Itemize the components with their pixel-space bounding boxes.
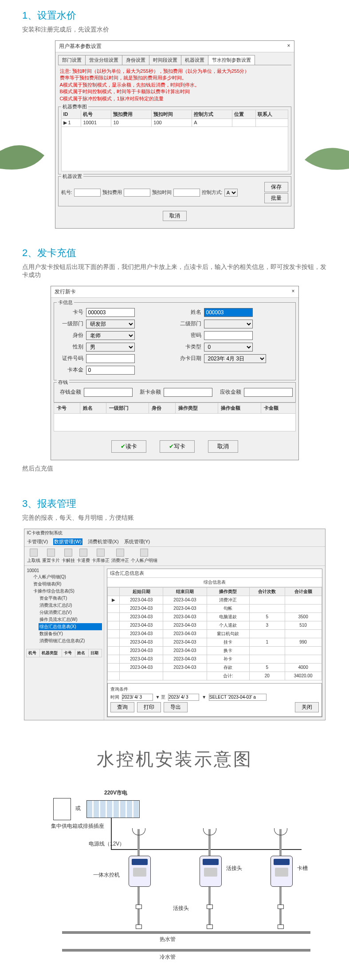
install-diagram: 220V市电 或 集中供电箱或排插插座 电源线（12V） 一体水控机 活接头 活… <box>9 789 340 980</box>
dialog-new-card: 发行新卡 × 卡信息 卡号 一级部门研发部 身份老师 性别男 证件号码 卡本金 … <box>51 286 299 460</box>
pline-label: 电源线（12V） <box>89 840 125 848</box>
cold-pipe <box>62 949 310 952</box>
water-controller <box>271 856 293 887</box>
write-card-button[interactable]: ✔写卡 <box>160 440 195 453</box>
sec3-title: 3、报表管理 <box>22 497 327 510</box>
time-input[interactable] <box>173 189 200 197</box>
joint-label: 活接头 <box>226 865 242 872</box>
tree-item-selected[interactable]: 综合汇总信息表(X) <box>39 623 102 630</box>
grp-cardinfo: 卡信息 <box>57 299 74 306</box>
fee-input[interactable] <box>124 189 150 197</box>
tool-6[interactable]: 个人帐户明细 <box>131 549 157 564</box>
dept1-select[interactable]: 研发部 <box>86 320 135 328</box>
tab-time[interactable]: 时间段设置 <box>149 55 181 65</box>
role-select[interactable]: 老师 <box>86 331 135 340</box>
joint-icon <box>136 925 142 929</box>
tree-item[interactable]: 卡操作综合信息表(S) <box>32 588 102 595</box>
grp-deposit: 存钱 <box>57 379 69 386</box>
report-tree: 10001 个人帐户明细(Q) 资金明细表(R) 卡操作综合信息表(S) 资金平… <box>24 566 104 720</box>
tool-5[interactable]: 消费冲正 <box>111 549 129 564</box>
cancel-button[interactable]: 取消 <box>163 211 187 221</box>
tool-2[interactable]: 卡解挂 <box>62 549 75 564</box>
card-table: 卡号姓名一级部门 身份操作类型操作金额卡金额 <box>54 403 296 414</box>
rpt-win-title: 综合汇总信息表 <box>107 569 322 578</box>
sec2-sub: 点用户发卡按钮后出现下面的界面，我们把用户卡放上来，点读卡后，输入卡的相关信息，… <box>22 263 327 279</box>
close-icon[interactable]: × <box>291 288 294 296</box>
save-button[interactable]: 保存 <box>264 182 288 192</box>
tree-item[interactable]: 个人帐户明细(Q) <box>32 573 102 581</box>
tool-1[interactable]: 重置卡片 <box>42 549 60 564</box>
dept2-select[interactable] <box>204 320 253 328</box>
date-to-input[interactable] <box>168 694 199 701</box>
joint-icon <box>136 905 142 909</box>
menu-card[interactable]: 卡管理(V) <box>27 538 48 545</box>
print-button[interactable]: 打印 <box>137 702 161 712</box>
joint-icon <box>207 905 213 909</box>
water-controller <box>200 856 222 887</box>
shower-head <box>203 828 216 835</box>
report-table: 起始日期结束日期操作类型合计次数合计金额 ▶2023-04-032023-04-… <box>107 587 322 680</box>
sec1-title: 1、设置水价 <box>22 9 327 22</box>
balance-input[interactable] <box>164 388 212 397</box>
menu-system[interactable]: 系统管理(Y) <box>124 538 150 545</box>
menu-machine[interactable]: 消费机管理(X) <box>88 538 119 545</box>
dlg1-tabs: 部门设置 营业分组设置 身份设置 时间段设置 机器设置 节水控制参数设置 <box>58 55 291 65</box>
menu-data[interactable]: 数据管理(W) <box>53 538 82 545</box>
shower-head <box>132 828 145 835</box>
deposit-input[interactable] <box>84 388 133 397</box>
power-strip <box>86 800 140 818</box>
mode-select[interactable]: A <box>224 189 238 197</box>
slot-label: 卡槽 <box>297 865 308 872</box>
tab-water[interactable]: 节水控制参数设置 <box>208 55 255 65</box>
grp-machine-label: 机器设置 <box>61 173 83 180</box>
base-input[interactable] <box>86 366 135 375</box>
machine-no-input[interactable] <box>74 189 101 197</box>
query-button[interactable]: 查询 <box>110 702 134 712</box>
pwd-input[interactable] <box>204 331 253 340</box>
tool-3[interactable]: 卡退费 <box>77 549 90 564</box>
export-button[interactable]: 导出 <box>164 702 188 712</box>
date-select[interactable]: 2023年 4月 3日 <box>204 354 266 363</box>
hot-pipe <box>62 931 310 934</box>
close-icon[interactable]: × <box>287 43 290 50</box>
tab-role[interactable]: 身份设置 <box>122 55 149 65</box>
sec2-note: 然后点充值 <box>22 465 327 473</box>
batch-button[interactable]: 批量 <box>264 193 288 203</box>
cold-label: 冷水管 <box>160 953 176 961</box>
joint-icon <box>207 925 213 929</box>
shower-head <box>274 828 287 835</box>
dlg1-title: 用户基本参数设置 <box>59 43 102 50</box>
cardno-input[interactable] <box>86 308 135 317</box>
water-controller <box>129 856 151 887</box>
name-input[interactable] <box>204 308 253 317</box>
tree-item[interactable]: 资金明细表(R) <box>32 581 102 588</box>
sec1-sub: 安装和注册完成后，先设置水价 <box>22 26 327 34</box>
warning-text: 注意: 预扣时间（以秒为单位，最大为255秒），预扣费用（以分为单位，最大为25… <box>58 65 291 105</box>
date-from-input[interactable] <box>122 694 153 701</box>
cancel-button[interactable]: 取消 <box>208 440 238 453</box>
tab-dept[interactable]: 部门设置 <box>58 55 86 65</box>
table-row[interactable]: ▶ 1 1000110 100A <box>61 119 288 126</box>
sex-select[interactable]: 男 <box>86 343 135 352</box>
sec3-sub: 完善的报表，每天、每月明细，方便结账 <box>22 514 327 522</box>
dialog-water-price: 用户基本参数设置 × 部门设置 营业分组设置 身份设置 时间段设置 机器设置 节… <box>55 40 294 229</box>
tree-root[interactable]: 10001 <box>26 568 102 573</box>
due-input[interactable] <box>244 388 293 397</box>
tool-0[interactable]: 上取线 <box>27 549 40 564</box>
dev-label: 一体水控机 <box>93 871 120 879</box>
hot-label: 热水管 <box>160 936 176 943</box>
dlg2-title: 发行新卡 <box>55 288 76 296</box>
close-button[interactable]: 关闭 <box>295 702 319 712</box>
sql-input[interactable] <box>209 694 267 701</box>
sec2-title: 2、发卡充值 <box>22 246 327 260</box>
idno-input[interactable] <box>86 354 135 363</box>
read-card-button[interactable]: ✔读卡 <box>111 440 146 453</box>
joint-label2: 活接头 <box>173 905 189 912</box>
tab-group[interactable]: 营业分组设置 <box>85 55 122 65</box>
rate-table: ID 机号 预扣费用 预扣时间 控制方式 位置 联系人 ▶ 1 1000110 … <box>61 110 288 127</box>
power-box <box>53 798 71 820</box>
ctype-select[interactable]: 0 <box>204 343 253 352</box>
joint-icon <box>278 905 284 909</box>
tool-4[interactable]: 卡库修正 <box>92 549 110 564</box>
tab-machine[interactable]: 机器设置 <box>181 55 208 65</box>
